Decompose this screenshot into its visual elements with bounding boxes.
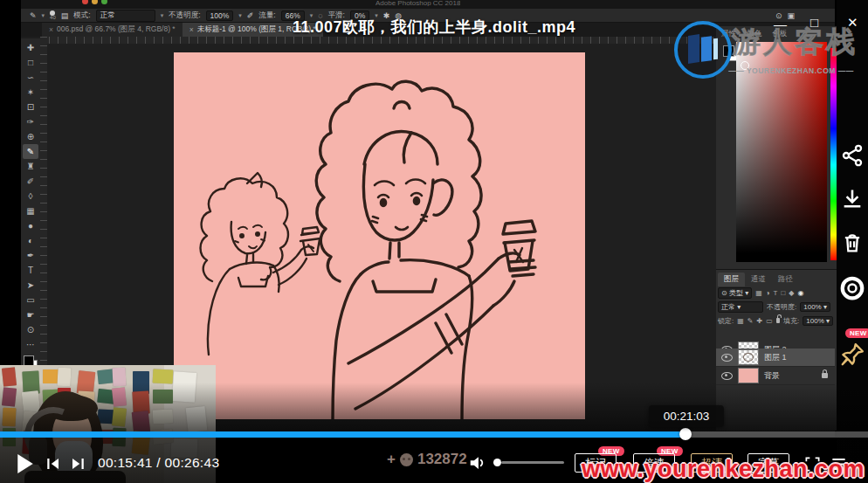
maximize-button[interactable]: □ [810,16,818,29]
tool-more-icon: ⋯ [23,337,38,352]
tool-zoom-icon: ⊙ [23,322,38,337]
blend-mode-select: 正常 ▾ [718,301,763,313]
tool-blur-icon: ● [23,218,38,233]
layer-name: 图层 1 [764,352,787,363]
fill-label: 填充: [783,316,799,326]
filter-shape-icon: □ [781,289,785,297]
tool-dodge-icon: ◐ [23,233,38,248]
tool-brush-icon: ✎ [23,144,38,159]
background-lock-icon [822,373,828,378]
visibility-eye-icon [721,372,733,380]
tool-gradient-icon: ▦ [23,204,38,218]
tool-shape-icon: ▭ [23,293,38,307]
ps-app-title: Adobe Photoshop CC 2018 [375,0,460,6]
filter-pixel-icon: ▦ [755,289,762,297]
progress-fill [0,431,685,438]
minimize-button[interactable]: — [774,17,787,31]
tool-type-icon: T [23,263,38,278]
layers-blend-row: 正常 ▾ 不透明度: 100% ▾ [718,300,833,313]
filter-type-icon: T [774,289,778,297]
close-button[interactable]: ✕ [847,16,858,29]
lock-pixels-icon: ✎ [747,317,754,325]
mascot-icon [400,453,413,466]
tab-layers: 图层 [718,273,745,286]
tool-healing-brush-icon: ⊕ [23,129,38,144]
ruler-horizontal [40,37,716,44]
layers-lock-row: 锁定: ▦ ✎ ✚ ▭ 填充: 100% ▾ [718,314,833,327]
line-art-girl-drawing [174,52,585,419]
share-icon[interactable] [837,140,868,171]
tool-eyedropper-icon: ✑ [23,114,38,129]
filter-adjustment-icon: ◑ [766,289,770,297]
tool-pen-icon: ✒ [23,248,38,263]
layer-row-1-selected: 图层 1 [716,348,835,367]
layer-thumbnail [738,349,759,365]
filter-toggle-icon: ◉ [797,289,803,297]
fill-value: 100% ▾ [803,316,833,326]
previous-button[interactable] [44,454,63,473]
ps-canvas-artwork [174,52,585,419]
tool-hand-icon: ☛ [23,307,38,322]
layer-name: 背景 [764,370,816,382]
total-duration: 00:26:43 [165,455,220,470]
mac-zoom-dot [101,0,107,4]
next-button[interactable] [68,454,87,473]
video-counter-overlay: +132872 [387,451,467,468]
layers-opacity-value: 100% ▾ [800,302,830,312]
seek-tooltip: 00:21:03 [649,405,724,427]
layer-thumbnail [738,368,759,383]
site-url-watermark: www.yourenkezhan.com [582,456,865,483]
play-button[interactable] [14,452,37,475]
tool-magic-wand-icon: ✶ [23,85,38,100]
pin-new-badge: NEW [845,328,868,338]
current-time: 00:15:41 [98,455,153,470]
video-player: Adobe Photoshop CC 2018 ✎▾ 40 ▤ 模式: 正常▾ … [0,0,868,483]
trash-icon[interactable] [837,227,868,259]
volume-track[interactable] [501,461,564,464]
tab-channels: 通道 [745,273,772,286]
tool-history-brush-icon: ✐ [23,174,38,189]
volume-icon[interactable] [466,452,489,474]
filter-smartobject-icon: ◆ [789,289,794,297]
mac-minimize-dot [92,0,98,4]
lock-label: 锁定: [718,316,734,326]
tool-move-icon: ✚ [23,40,38,55]
layers-opacity-label: 不透明度: [767,302,796,312]
tab-paths: 路径 [772,273,799,286]
pin-icon[interactable] [837,339,868,370]
tool-lasso-icon: ∽ [23,70,38,85]
lock-transparent-icon: ▦ [737,317,744,325]
poster-tile [153,369,174,383]
lock-position-icon: ✚ [757,317,763,325]
visibility-eye-icon [721,354,733,362]
download-icon[interactable] [837,183,868,215]
lock-all-icon [776,318,780,323]
kind-filter: ⊙ 类型 ▾ [718,287,752,299]
time-display: 00:15:41 / 00:26:43 [98,455,219,471]
volume-handle[interactable] [493,459,501,466]
tool-eraser-icon: ◊ [23,189,38,204]
tool-path-selection-icon: ➤ [23,278,38,293]
tool-clone-stamp-icon: ♜ [23,159,38,174]
hue-slider [830,48,837,260]
mac-close-dot [82,0,88,4]
layers-panel-tabs: 图层 通道 路径 [718,273,799,286]
layers-filter-row: ⊙ 类型 ▾ ▦ ◑ T □ ◆ ◉ [718,286,833,299]
tool-crop-icon: ⊡ [23,100,38,114]
brand-site-text: —— YOURENKEZHAN.COM —— [718,66,865,75]
record-icon[interactable] [837,273,868,304]
lock-artboard-icon: ▭ [766,317,773,325]
tool-marquee-icon: □ [23,55,38,70]
